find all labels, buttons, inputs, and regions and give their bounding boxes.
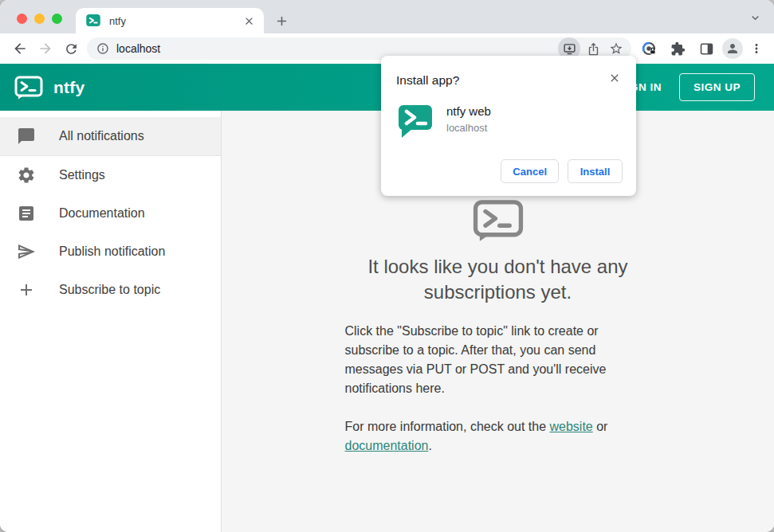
empty-state-description: Click the "Subscribe to topic" link to c… — [345, 322, 651, 456]
sidebar-item-label: Documentation — [59, 206, 145, 221]
empty-state-more-info: For more information, check out the webs… — [345, 417, 651, 456]
ntfy-empty-state-icon — [473, 198, 524, 243]
sidebar-item-label: Settings — [59, 168, 105, 182]
sidebar-item-label: Subscribe to topic — [59, 283, 160, 297]
sidebar-item-subscribe-to-topic[interactable]: Subscribe to topic — [0, 271, 221, 309]
send-icon — [17, 242, 36, 261]
tab-strip: ntfy — [0, 0, 774, 33]
side-panel-icon[interactable] — [693, 36, 719, 61]
sign-up-button[interactable]: SIGN UP — [679, 73, 755, 101]
more-info-text: or — [593, 420, 608, 433]
dialog-app-icon — [396, 101, 434, 139]
forward-button[interactable] — [33, 36, 58, 61]
close-window-button[interactable] — [17, 14, 27, 24]
dialog-close-icon[interactable] — [607, 70, 623, 86]
back-button[interactable] — [7, 36, 33, 61]
empty-state-heading: It looks like you don't have any subscri… — [323, 254, 674, 305]
install-app-dialog: Install app? ntfy web localhost Cancel I… — [381, 56, 636, 196]
empty-state-paragraph: Click the "Subscribe to topic" link to c… — [345, 322, 651, 398]
article-icon — [17, 204, 36, 223]
sidebar-item-label: All notifications — [59, 129, 144, 143]
tab-title: ntfy — [109, 15, 242, 27]
sidebar-item-label: Publish notification — [59, 244, 165, 259]
cancel-button[interactable]: Cancel — [501, 159, 559, 183]
more-info-text: . — [428, 439, 431, 452]
sidebar: All notifications Settings Documentation… — [0, 111, 222, 532]
reload-button[interactable] — [58, 36, 84, 61]
extensions-puzzle-icon[interactable] — [665, 36, 690, 61]
more-info-text: For more information, check out the — [345, 420, 550, 433]
tab-close-icon[interactable] — [242, 14, 256, 28]
dialog-app-origin: localhost — [446, 122, 491, 134]
ntfy-logo-icon — [14, 76, 43, 100]
chat-icon — [17, 127, 36, 146]
dialog-title: Install app? — [396, 68, 607, 88]
new-tab-button[interactable] — [272, 11, 291, 30]
ntfy-favicon-icon — [85, 13, 101, 29]
minimize-window-button[interactable] — [34, 14, 45, 24]
browser-window: ntfy localhost — [0, 0, 774, 532]
dialog-app-name: ntfy web — [446, 104, 491, 118]
website-link[interactable]: website — [550, 420, 593, 433]
plus-icon — [17, 280, 36, 299]
sidebar-item-settings[interactable]: Settings — [0, 156, 221, 194]
browser-menu-icon[interactable] — [746, 36, 767, 61]
maximize-window-button[interactable] — [52, 14, 62, 24]
install-button[interactable]: Install — [568, 159, 623, 183]
privacy-extension-icon[interactable] — [636, 36, 662, 61]
browser-tab[interactable]: ntfy — [76, 8, 264, 33]
toolbar-right-icons — [636, 36, 767, 61]
sidebar-item-documentation[interactable]: Documentation — [0, 194, 221, 233]
site-info-icon[interactable] — [96, 42, 109, 55]
sidebar-item-publish-notification[interactable]: Publish notification — [0, 233, 221, 271]
gear-icon — [17, 166, 36, 185]
window-controls — [17, 14, 62, 24]
url-text[interactable]: localhost — [116, 42, 556, 55]
sidebar-item-all-notifications[interactable]: All notifications — [0, 117, 221, 155]
profile-avatar[interactable] — [722, 38, 743, 59]
tab-search-chevron-icon[interactable] — [746, 9, 764, 26]
documentation-link[interactable]: documentation — [345, 439, 429, 452]
